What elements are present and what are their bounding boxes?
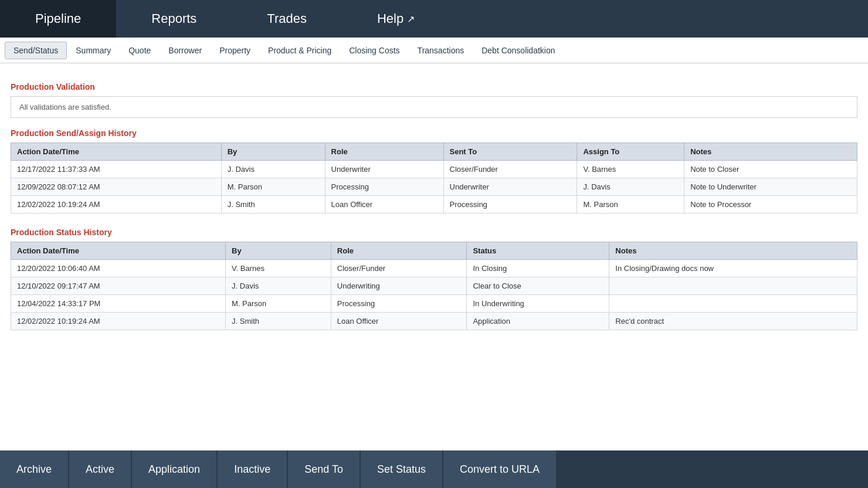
cell-notes: Note to Processor: [684, 196, 857, 214]
cell-date: 12/04/2022 14:33:17 PM: [11, 295, 226, 313]
send-assign-history-table: Action Date/Time By Role Sent To Assign …: [11, 143, 857, 214]
toolbar-btn-send-to[interactable]: Send To: [288, 450, 360, 488]
validation-message: All validations are satisfied.: [11, 96, 857, 118]
cell-by: J. Smith: [226, 313, 331, 330]
toolbar-btn-active[interactable]: Active: [69, 450, 131, 488]
col-by-1: By: [221, 143, 325, 161]
cell-role: Underwriter: [325, 161, 443, 178]
cell-by: J. Davis: [226, 277, 331, 295]
status-history-table: Action Date/Time By Role Status Notes 12…: [11, 242, 857, 330]
toolbar-btn-set-status[interactable]: Set Status: [361, 450, 442, 488]
main-content: Production Validation All validations ar…: [0, 63, 868, 391]
table-row: 12/04/2022 14:33:17 PM M. Parson Process…: [11, 295, 857, 313]
cell-status: Application: [467, 313, 609, 330]
table-row: 12/02/2022 10:19:24 AM J. Smith Loan Off…: [11, 313, 857, 330]
nav-pipeline[interactable]: Pipeline: [0, 0, 116, 38]
cell-notes: Note to Closer: [684, 161, 857, 178]
cell-role: Underwriting: [331, 277, 467, 295]
nav-trades-label: Trades: [267, 11, 307, 26]
cell-role: Loan Officer: [325, 196, 443, 214]
external-link-icon: ↗: [407, 13, 415, 25]
table-row: 12/10/2022 09:17:47 AM J. Davis Underwri…: [11, 277, 857, 295]
cell-sent-to: Processing: [443, 196, 577, 214]
cell-assign-to: V. Barnes: [577, 161, 684, 178]
subnav-transactions[interactable]: Transactions: [409, 42, 473, 59]
subnav-summary[interactable]: Summary: [67, 42, 120, 59]
col-sent-to: Sent To: [443, 143, 577, 161]
toolbar-btn-archive[interactable]: Archive: [0, 450, 68, 488]
subnav-debt-consolidation[interactable]: Debt Consolidatkion: [473, 42, 564, 59]
nav-reports[interactable]: Reports: [116, 0, 232, 38]
nav-pipeline-label: Pipeline: [35, 11, 81, 26]
send-assign-history-title: Production Send/Assign History: [11, 128, 857, 138]
table-row: 12/20/2022 10:06:40 AM V. Barnes Closer/…: [11, 260, 857, 277]
status-history-title: Production Status History: [11, 228, 857, 237]
toolbar-btn-inactive[interactable]: Inactive: [218, 450, 287, 488]
subnav-property[interactable]: Property: [211, 42, 259, 59]
cell-notes: Rec'd contract: [609, 313, 857, 330]
toolbar-btn-convert-to-urla[interactable]: Convert to URLA: [443, 450, 556, 488]
subnav-product-pricing[interactable]: Product & Pricing: [259, 42, 340, 59]
top-navigation: Pipeline Reports Trades Help ↗: [0, 0, 868, 38]
cell-by: M. Parson: [221, 178, 325, 196]
cell-status: In Closing: [467, 260, 609, 277]
subnav-quote[interactable]: Quote: [120, 42, 160, 59]
status-header-row: Action Date/Time By Role Status Notes: [11, 242, 857, 260]
col-action-date-2: Action Date/Time: [11, 242, 226, 260]
col-by-2: By: [226, 242, 331, 260]
toolbar-btn-application[interactable]: Application: [132, 450, 216, 488]
cell-date: 12/10/2022 09:17:47 AM: [11, 277, 226, 295]
cell-role: Closer/Funder: [331, 260, 467, 277]
table-row: 12/02/2022 10:19:24 AM J. Smith Loan Off…: [11, 196, 857, 214]
cell-date: 12/17/2022 11:37:33 AM: [11, 161, 222, 178]
production-validation-title: Production Validation: [11, 82, 857, 92]
cell-by: M. Parson: [226, 295, 331, 313]
cell-notes: In Closing/Drawing docs now: [609, 260, 857, 277]
subnav-send-status[interactable]: Send/Status: [5, 42, 67, 59]
col-action-date-1: Action Date/Time: [11, 143, 222, 161]
cell-date: 12/20/2022 10:06:40 AM: [11, 260, 226, 277]
cell-date: 12/02/2022 10:19:24 AM: [11, 196, 222, 214]
cell-role: Processing: [325, 178, 443, 196]
cell-status: In Underwriting: [467, 295, 609, 313]
cell-date: 12/09/2022 08:07:12 AM: [11, 178, 222, 196]
send-assign-header-row: Action Date/Time By Role Sent To Assign …: [11, 143, 857, 161]
cell-sent-to: Closer/Funder: [443, 161, 577, 178]
nav-trades[interactable]: Trades: [232, 0, 342, 38]
cell-notes: Note to Underwriter: [684, 178, 857, 196]
cell-date: 12/02/2022 10:19:24 AM: [11, 313, 226, 330]
subnav-closing-costs[interactable]: Closing Costs: [340, 42, 408, 59]
col-notes-1: Notes: [684, 143, 857, 161]
subnav-borrower[interactable]: Borrower: [160, 42, 211, 59]
table-row: 12/17/2022 11:37:33 AM J. Davis Underwri…: [11, 161, 857, 178]
cell-role: Loan Officer: [331, 313, 467, 330]
cell-by: J. Davis: [221, 161, 325, 178]
table-row: 12/09/2022 08:07:12 AM M. Parson Process…: [11, 178, 857, 196]
nav-help-label: Help: [377, 11, 404, 26]
col-status: Status: [467, 242, 609, 260]
cell-assign-to: J. Davis: [577, 178, 684, 196]
cell-assign-to: M. Parson: [577, 196, 684, 214]
sub-navigation: Send/Status Summary Quote Borrower Prope…: [0, 38, 868, 63]
col-role-1: Role: [325, 143, 443, 161]
cell-by: J. Smith: [221, 196, 325, 214]
bottom-toolbar: ArchiveActiveApplicationInactiveSend ToS…: [0, 450, 868, 488]
nav-help[interactable]: Help ↗: [342, 0, 450, 38]
nav-reports-label: Reports: [151, 11, 196, 26]
cell-role: Processing: [331, 295, 467, 313]
col-role-2: Role: [331, 242, 467, 260]
cell-notes: [609, 295, 857, 313]
col-notes-2: Notes: [609, 242, 857, 260]
col-assign-to: Assign To: [577, 143, 684, 161]
cell-sent-to: Underwriter: [443, 178, 577, 196]
cell-notes: [609, 277, 857, 295]
cell-by: V. Barnes: [226, 260, 331, 277]
cell-status: Clear to Close: [467, 277, 609, 295]
